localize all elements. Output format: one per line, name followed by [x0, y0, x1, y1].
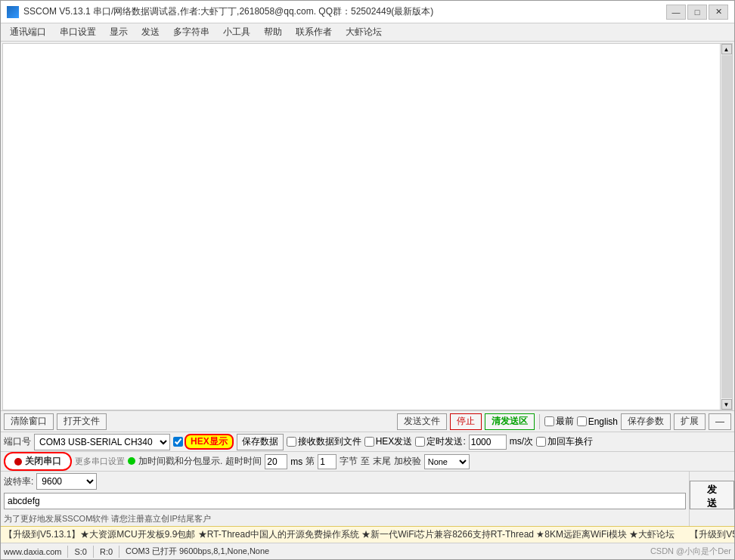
menu-help[interactable]: 帮助 [258, 24, 288, 40]
hex-display-checkbox-label[interactable]: HEX显示 [173, 434, 234, 450]
scroll-track [721, 55, 732, 398]
port-select[interactable]: COM3 USB-SERIAL CH340 [34, 434, 170, 450]
close-port-button[interactable]: 关闭串口 [4, 452, 72, 471]
port-status-dot [14, 458, 22, 466]
green-dot [128, 457, 135, 465]
input-row: abcdefg [1, 491, 689, 511]
window-title: SSCOM V5.13.1 串口/网络数据调试器,作者:大虾丁丁,2618058… [23, 5, 433, 18]
english-checkbox[interactable] [577, 416, 587, 426]
menu-bar: 通讯端口 串口设置 显示 发送 多字符串 小工具 帮助 联系作者 大虾论坛 [1, 23, 734, 42]
clear-window-button[interactable]: 清除窗口 [4, 413, 54, 430]
menu-tools[interactable]: 小工具 [217, 24, 256, 40]
status-url: www.daxia.com [4, 547, 61, 556]
app-icon [7, 6, 19, 18]
status-port-info: COM3 已打开 9600bps,8,1,None,None [126, 546, 269, 557]
dot-green-indicator [128, 456, 135, 467]
byte-label: 字节 至 [340, 455, 369, 468]
status-bar: www.daxia.com S:0 R:0 COM3 已打开 9600bps,8… [1, 543, 734, 559]
scroll-down-btn[interactable]: ▼ [721, 399, 732, 410]
hex-send-checkbox-label[interactable]: HEX发送 [364, 435, 413, 448]
menu-multi-string[interactable]: 多字符串 [167, 24, 216, 40]
timed-send-checkbox[interactable] [415, 437, 425, 447]
restore-button[interactable]: □ [687, 5, 707, 20]
status-sep-2 [93, 546, 94, 558]
timeout-input[interactable] [265, 454, 287, 469]
open-file-button[interactable]: 打开文件 [57, 413, 107, 430]
ms-per-label: ms/次 [510, 435, 533, 448]
promo-bar: 为了更好地发展SSCOM软件 请您注册嘉立创IP结尾客户 [1, 511, 689, 526]
toolbar-row: 清除窗口 打开文件 发送文件 停止 清发送区 最前 English 保存参数 扩… [1, 410, 734, 432]
timed-send-checkbox-label[interactable]: 定时发送: [415, 435, 465, 448]
bottom-section: 清除窗口 打开文件 发送文件 停止 清发送区 最前 English 保存参数 扩… [1, 410, 734, 559]
baud-row: 波特率: 9600 [1, 472, 689, 491]
checksum-label: 加校验 [394, 455, 421, 468]
byte-from-input[interactable] [318, 454, 336, 469]
ms-label: ms [290, 456, 302, 467]
send-button[interactable]: 发 送 [690, 481, 734, 509]
menu-comm-port[interactable]: 通讯端口 [4, 24, 52, 40]
checksum-select[interactable]: None [424, 454, 470, 469]
port-row-1: 端口号 COM3 USB-SERIAL CH340 HEX显示 保存数据 接收数… [1, 432, 734, 451]
hex-display-checkbox[interactable] [173, 437, 183, 447]
output-area: ▲ ▼ [2, 43, 733, 410]
baud-label: 波特率: [4, 475, 33, 488]
title-bar-left: SSCOM V5.13.1 串口/网络数据调试器,作者:大虾丁丁,2618058… [7, 5, 433, 18]
baud-select[interactable]: 9600 [36, 473, 97, 490]
port-row-2: 关闭串口 更多串口设置 加时间戳和分包显示. 超时时间 ms 第 字节 至 末尾… [1, 451, 734, 471]
status-s: S:0 [74, 547, 87, 556]
minus-button[interactable]: — [709, 413, 731, 430]
status-r: R:0 [100, 547, 113, 556]
scroll-up-btn[interactable]: ▲ [721, 44, 732, 54]
ticker-bar: 【升级到V5.13.1】★大资源MCU开发板9.9包邮 ★RT-Thread中国… [1, 526, 734, 543]
last-checkbox-label[interactable]: 最前 [544, 415, 574, 428]
send-button-area: 发 送 [689, 472, 734, 526]
send-file-button[interactable]: 发送文件 [397, 413, 447, 430]
newline-checkbox-label[interactable]: 加回车换行 [536, 435, 593, 448]
status-sep-1 [67, 546, 68, 558]
save-params-button[interactable]: 保存参数 [621, 413, 671, 430]
close-button[interactable]: ✕ [709, 5, 728, 20]
save-data-button[interactable]: 保存数据 [237, 434, 284, 450]
hex-send-checkbox[interactable] [364, 437, 374, 447]
menu-serial-settings[interactable]: 串口设置 [54, 24, 102, 40]
english-checkbox-label[interactable]: English [577, 416, 618, 427]
status-sep-3 [119, 546, 119, 558]
watermark-text: CSDN @小向是个Der [650, 546, 731, 557]
send-row: 波特率: 9600 abcdefg 为了更好地发展SSCOM软件 请您注册嘉立创… [1, 471, 734, 526]
receive-to-file-checkbox[interactable] [287, 437, 296, 447]
title-bar: SSCOM V5.13.1 串口/网络数据调试器,作者:大虾丁丁,2618058… [1, 1, 734, 23]
timed-send-input[interactable]: 1000 [469, 435, 507, 450]
hex-display-label: HEX显示 [185, 434, 234, 450]
minimize-button[interactable]: — [666, 5, 686, 20]
port-label: 端口号 [4, 435, 31, 448]
send-area-left: 波特率: 9600 abcdefg 为了更好地发展SSCOM软件 请您注册嘉立创… [1, 472, 689, 526]
menu-contact[interactable]: 联系作者 [290, 24, 338, 40]
expand-button[interactable]: 扩展 [674, 413, 706, 430]
clear-send-button[interactable]: 清发送区 [485, 413, 535, 430]
byte-to-label: 末尾 [373, 455, 391, 468]
separator-1 [539, 414, 540, 429]
timestamp-label: 加时间戳和分包显示. [138, 455, 222, 468]
app-window: SSCOM V5.13.1 串口/网络数据调试器,作者:大虾丁丁,2618058… [0, 0, 735, 560]
ticker-text: 【升级到V5.13.1】★大资源MCU开发板9.9包邮 ★RT-Thread中国… [4, 528, 734, 541]
menu-display[interactable]: 显示 [104, 24, 134, 40]
vertical-scrollbar[interactable]: ▲ ▼ [720, 44, 732, 410]
title-controls: — □ ✕ [666, 5, 728, 20]
send-input[interactable]: abcdefg [4, 493, 686, 509]
menu-forum[interactable]: 大虾论坛 [340, 24, 388, 40]
menu-send[interactable]: 发送 [135, 24, 166, 40]
receive-to-file-checkbox-label[interactable]: 接收数据到文件 [287, 435, 361, 448]
promo-text: 为了更好地发展SSCOM软件 请您注册嘉立创IP结尾客户 [4, 513, 211, 524]
newline-checkbox[interactable] [536, 437, 546, 447]
more-settings-link[interactable]: 更多串口设置 [75, 456, 125, 467]
byte-from-label: 第 [305, 455, 315, 468]
stop-button[interactable]: 停止 [450, 413, 482, 430]
timeout-label: 超时时间 [225, 455, 262, 468]
last-checkbox[interactable] [544, 416, 554, 426]
